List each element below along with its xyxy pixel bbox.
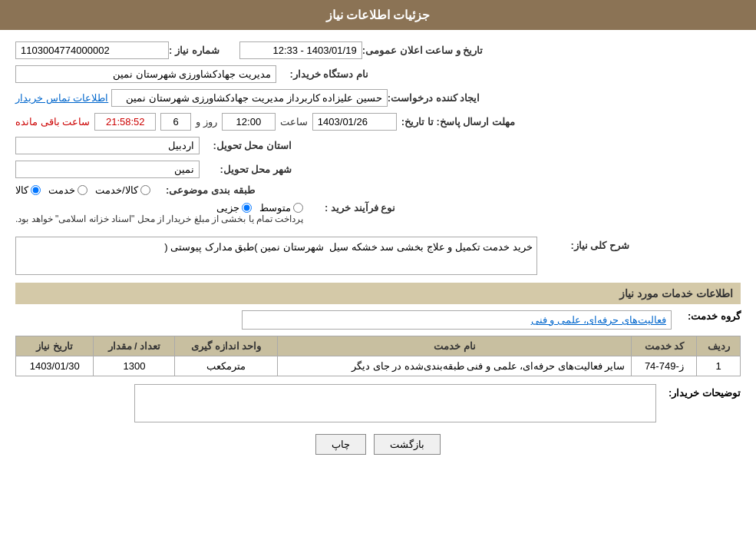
ijadkonande-value: حسین علیزاده کاربرداز مدیریت جهادکشاورزی… bbox=[111, 89, 388, 107]
tabaqe-kala-khedmat-label: کالا/خدمت bbox=[95, 184, 138, 196]
ijadkonande-label: ایجاد کننده درخواست: bbox=[388, 92, 480, 104]
farayand-jezei-radio[interactable] bbox=[242, 203, 252, 213]
saat-value: 12:00 bbox=[222, 113, 276, 131]
taarikh-elan-value: 1403/01/19 - 12:33 bbox=[239, 41, 362, 59]
sharh-textarea[interactable] bbox=[15, 237, 537, 275]
col-kod: کد خدمت bbox=[632, 336, 697, 356]
shomare-value: 1103004774000002 bbox=[15, 41, 169, 59]
remaining-time: 21:58:52 ساعت باقی مانده bbox=[15, 113, 156, 131]
farayand-motavaset-item: متوسط bbox=[259, 202, 303, 214]
saat-label: ساعت bbox=[280, 116, 308, 128]
tabaqe-row: طبقه بندی موضوعی: کالا/خدمت خدمت کالا bbox=[15, 184, 741, 196]
col-tarikh: تاریخ نیاز bbox=[16, 336, 94, 356]
farayand-motavaset-label: متوسط bbox=[259, 202, 291, 214]
tozihat-label: توضیحات خریدار: bbox=[664, 387, 741, 399]
khadamat-section-title: اطلاعات خدمات مورد نیاز bbox=[619, 287, 733, 300]
noe-farayand-label: نوع فرآیند خرید : bbox=[303, 202, 395, 214]
gorohe-value-text: فعالیت‌های حرفه‌ای، علمی و فنی bbox=[531, 314, 666, 326]
noe-farayand-row: نوع فرآیند خرید : متوسط جزیی پرداخت تمام… bbox=[15, 202, 741, 230]
print-button[interactable]: چاپ bbox=[315, 434, 366, 455]
rooz-value: 6 bbox=[160, 113, 191, 131]
cell-tarikh: 1403/01/30 bbox=[16, 356, 94, 376]
main-content: تاریخ و ساعت اعلان عمومی: 1403/01/19 - 1… bbox=[0, 30, 756, 482]
col-tedad: تعداد / مقدار bbox=[94, 336, 175, 356]
tabaqe-kala-item: کالا bbox=[15, 184, 41, 196]
taarikh-elan-label: تاریخ و ساعت اعلان عمومی: bbox=[362, 45, 484, 56]
tabaqe-khedmat-item: خدمت bbox=[48, 184, 87, 196]
tabaqe-kala-label: کالا bbox=[15, 184, 28, 196]
ijadkonande-row: ایجاد کننده درخواست: حسین علیزاده کاربرد… bbox=[15, 89, 741, 107]
mohlat-label: مهلت ارسال پاسخ: تا تاریخ: bbox=[401, 116, 515, 128]
page-title: جزئیات اطلاعات نیاز bbox=[326, 8, 431, 22]
remaining-label: ساعت باقی مانده bbox=[15, 116, 90, 128]
farayand-jezei-label: جزیی bbox=[216, 202, 239, 214]
ostan-row: استان محل تحویل: اردبیل bbox=[15, 137, 741, 154]
shomare-label: شماره نیاز : bbox=[169, 45, 220, 56]
farayand-note-text: پرداخت تمام یا بخشی از مبلغ خریدار از مح… bbox=[15, 214, 303, 224]
remaining-value: 21:58:52 bbox=[94, 113, 156, 131]
tabaqe-kala-khedmat-item: کالا/خدمت bbox=[95, 184, 150, 196]
rooz-label: روز و bbox=[196, 116, 217, 128]
gorohe-value: فعالیت‌های حرفه‌ای، علمی و فنی bbox=[242, 310, 672, 330]
tozihat-textarea[interactable] bbox=[134, 384, 656, 422]
farayand-jezei-item: جزیی bbox=[216, 202, 252, 214]
tabaqe-khedmat-label: خدمت bbox=[48, 184, 75, 196]
namdastgah-value: مدیریت جهادکشاورزی شهرستان نمین bbox=[15, 65, 276, 83]
cell-tedad: 1300 bbox=[94, 356, 175, 376]
col-vahed: واحد اندازه گیری bbox=[175, 336, 278, 356]
shahr-value: نمین bbox=[15, 161, 200, 178]
tozihat-row: توضیحات خریدار: bbox=[15, 384, 741, 422]
shahr-label: شهر محل تحویل: bbox=[200, 164, 292, 175]
back-button[interactable]: بازگشت bbox=[374, 434, 441, 455]
namdastgah-row: نام دستگاه خریدار: مدیریت جهادکشاورزی شه… bbox=[15, 65, 741, 83]
ostan-value: اردبیل bbox=[15, 137, 200, 154]
farayand-group: متوسط جزیی bbox=[216, 202, 303, 214]
page-wrapper: جزئیات اطلاعات نیاز تاریخ و ساعت اعلان ع… bbox=[0, 0, 756, 540]
button-row: بازگشت چاپ bbox=[15, 434, 741, 470]
cell-kod: ز-749-74 bbox=[632, 356, 697, 376]
ostan-label: استان محل تحویل: bbox=[200, 140, 292, 151]
cell-name: سایر فعالیت‌های حرفه‌ای، علمی و فنی طبقه… bbox=[278, 356, 632, 376]
contact-info-link[interactable]: اطلاعات تماس خریدار bbox=[15, 92, 108, 104]
namdastgah-label: نام دستگاه خریدار: bbox=[276, 68, 368, 80]
shahr-row: شهر محل تحویل: نمین bbox=[15, 161, 741, 178]
mohlat-row: مهلت ارسال پاسخ: تا تاریخ: 1403/01/26 سا… bbox=[15, 113, 741, 131]
table-header-row: ردیف کد خدمت نام خدمت واحد اندازه گیری ت… bbox=[16, 336, 741, 356]
page-header: جزئیات اطلاعات نیاز bbox=[0, 0, 756, 30]
tabaqe-khedmat-radio[interactable] bbox=[78, 185, 87, 195]
mohlat-date: 1403/01/26 bbox=[312, 113, 397, 131]
tabaqe-label: طبقه بندی موضوعی: bbox=[163, 184, 255, 196]
tabaqe-kala-khedmat-radio[interactable] bbox=[140, 185, 150, 195]
col-name: نام خدمت bbox=[278, 336, 632, 356]
tabaqe-kala-radio[interactable] bbox=[31, 185, 41, 195]
sharh-row: شرح کلی نیاز: bbox=[15, 237, 741, 275]
gorohe-khedmat-row: گروه خدمت: فعالیت‌های حرفه‌ای، علمی و فن… bbox=[15, 310, 741, 330]
tabaqe-group: کالا/خدمت خدمت کالا bbox=[15, 184, 150, 196]
cell-radif: 1 bbox=[697, 356, 741, 376]
shomare-row: تاریخ و ساعت اعلان عمومی: 1403/01/19 - 1… bbox=[15, 41, 741, 59]
table-row: 1 ز-749-74 سایر فعالیت‌های حرفه‌ای، علمی… bbox=[16, 356, 741, 376]
sharh-label: شرح کلی نیاز: bbox=[537, 240, 629, 251]
col-radif: ردیف bbox=[697, 336, 741, 356]
cell-vahed: مترمکعب bbox=[175, 356, 278, 376]
farayand-note: پرداخت تمام یا بخشی از مبلغ خریدار از مح… bbox=[15, 214, 303, 224]
farayand-motavaset-radio[interactable] bbox=[293, 203, 303, 213]
services-table: ردیف کد خدمت نام خدمت واحد اندازه گیری ت… bbox=[15, 336, 741, 376]
khadamat-section-header: اطلاعات خدمات مورد نیاز bbox=[15, 283, 741, 304]
gorohe-label: گروه خدمت: bbox=[679, 310, 741, 322]
